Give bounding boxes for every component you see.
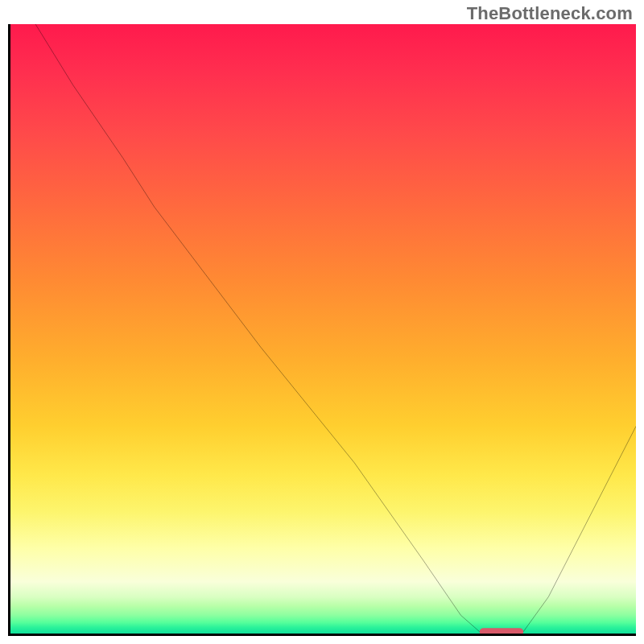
watermark-text: TheBottleneck.com [467,3,633,24]
bottleneck-curve [35,24,636,632]
optimal-range-marker [480,628,523,634]
curve-layer [10,24,636,634]
plot-area [8,24,636,636]
chart-stage: TheBottleneck.com [0,0,644,644]
